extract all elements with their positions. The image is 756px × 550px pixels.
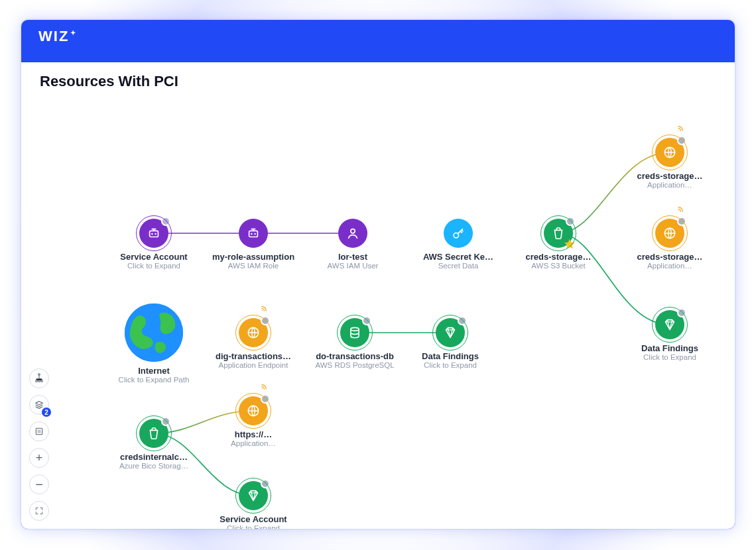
node-iam-role[interactable]: my-role-assumption AWS IAM Role [200, 219, 306, 270]
node-iam-user[interactable]: lor-test AWS IAM User [300, 219, 406, 270]
gem-icon [655, 310, 684, 339]
node-sublabel: Application… [200, 439, 306, 447]
node-sublabel: Click to Expand [101, 262, 207, 270]
node-sublabel: AWS RDS PostgreSQL [302, 361, 408, 369]
node-s3-bucket[interactable]: creds-storage… AWS S3 Bucket [505, 219, 611, 270]
node-sublabel: Azure Bico Storag… [101, 462, 207, 470]
key-icon [444, 219, 473, 248]
globe-icon [655, 138, 684, 167]
node-label: creds-storage… [617, 252, 723, 262]
node-data-findings-1[interactable]: Data Findings Click to Expand [617, 310, 723, 361]
node-label: credsinternalc… [101, 452, 207, 462]
node-label: AWS Secret Ke… [405, 252, 511, 262]
wiz-logo-text: WIZ [38, 28, 69, 45]
node-secret-key[interactable]: AWS Secret Ke… Secret Data [405, 219, 511, 270]
user-icon [338, 219, 367, 248]
node-label: creds-storage… [617, 171, 723, 181]
hierarchy-button[interactable] [29, 368, 49, 388]
node-label: do-transactions-db [302, 351, 408, 361]
node-service-account-2[interactable]: Service Account Click to Expand [200, 481, 306, 529]
robot-icon [139, 219, 168, 248]
node-sublabel: Click to Expand [200, 524, 306, 529]
node-sublabel: Application… [617, 181, 723, 189]
node-sublabel: Click to Expand Path [101, 376, 207, 384]
node-label: lor-test [300, 252, 406, 262]
node-rds[interactable]: do-transactions-db AWS RDS PostgreSQL [302, 318, 408, 369]
gem-icon [436, 318, 465, 347]
globe-icon [239, 396, 268, 425]
node-label: Data Findings [397, 351, 503, 361]
zoom-in-button[interactable]: + [29, 448, 49, 468]
node-creds-app-1[interactable]: creds-storage… Application… [617, 138, 723, 189]
node-label: Internet [101, 366, 207, 376]
layers-button[interactable] [29, 395, 49, 415]
zoom-out-button[interactable]: − [29, 474, 49, 494]
node-sublabel: AWS IAM Role [200, 262, 306, 270]
plus-icon: + [36, 452, 43, 464]
node-data-findings-2[interactable]: Data Findings Click to Expand [397, 318, 503, 369]
node-label: my-role-assumption [200, 252, 306, 262]
rss-icon [676, 204, 686, 213]
wiz-logo: WIZ ✦ [38, 28, 77, 45]
graph-canvas[interactable]: Service Account Click to Expand my-role-… [21, 62, 735, 529]
database-icon [340, 318, 369, 347]
node-label: creds-storage… [505, 252, 611, 262]
node-label: https://… [200, 429, 306, 439]
bucket-icon [139, 419, 168, 448]
rss-icon [676, 123, 686, 133]
node-internet[interactable]: Internet Click to Expand Path [101, 303, 207, 384]
globe-icon [239, 318, 268, 347]
rss-icon [260, 303, 269, 313]
node-service-account[interactable]: Service Account Click to Expand [101, 219, 207, 270]
fullscreen-button[interactable] [29, 501, 49, 521]
node-sublabel: Application… [617, 262, 723, 270]
node-sublabel: Secret Data [405, 262, 511, 270]
node-sublabel: AWS S3 Bucket [505, 262, 611, 270]
content-panel: Resources With PCI [21, 62, 735, 529]
node-label: Data Findings [617, 343, 723, 353]
robot-icon [239, 219, 268, 248]
node-sublabel: Click to Expand [397, 361, 503, 369]
node-label: Service Account [200, 514, 306, 524]
bucket-icon [544, 219, 573, 248]
rss-icon [260, 382, 269, 391]
app-frame: WIZ ✦ Resources With PCI [21, 20, 735, 529]
sparkle-icon: ✦ [70, 29, 77, 36]
node-label: dig-transactions… [200, 351, 306, 361]
node-creds-app-2[interactable]: creds-storage… Application… [617, 219, 723, 270]
gem-icon [239, 481, 268, 510]
node-label: Service Account [101, 252, 207, 262]
node-azure-storage[interactable]: credsinternalc… Azure Bico Storag… [101, 419, 207, 470]
globe-icon [655, 219, 684, 248]
minus-icon: − [35, 478, 43, 491]
earth-icon [125, 303, 183, 362]
node-sublabel: AWS IAM User [300, 262, 406, 270]
node-dig-transactions[interactable]: dig-transactions… Application Endpoint [200, 318, 306, 369]
frame-select-button[interactable] [29, 421, 49, 441]
node-https-endpoint[interactable]: https://… Application… [200, 396, 306, 447]
node-sublabel: Click to Expand [617, 353, 723, 361]
graph-toolbar: + − [29, 368, 49, 521]
star-icon [562, 237, 577, 252]
node-sublabel: Application Endpoint [200, 361, 306, 369]
